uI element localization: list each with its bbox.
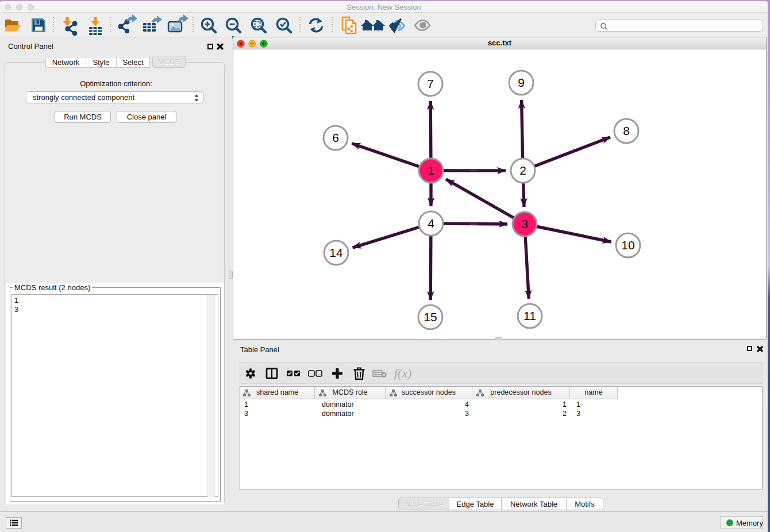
svg-text:14: 14	[329, 246, 343, 259]
svg-text:9: 9	[518, 76, 525, 89]
svg-text:4: 4	[428, 217, 434, 230]
svg-text:10: 10	[621, 238, 634, 252]
svg-text:15: 15	[424, 310, 437, 323]
svg-text:11: 11	[523, 309, 536, 322]
svg-text:2: 2	[519, 164, 526, 177]
svg-text:8: 8	[623, 124, 630, 137]
svg-text:6: 6	[332, 131, 339, 144]
svg-text:1: 1	[428, 164, 434, 177]
svg-text:7: 7	[427, 77, 434, 90]
svg-text:3: 3	[521, 217, 528, 230]
svg-text:f(x): f(x)	[394, 366, 412, 380]
